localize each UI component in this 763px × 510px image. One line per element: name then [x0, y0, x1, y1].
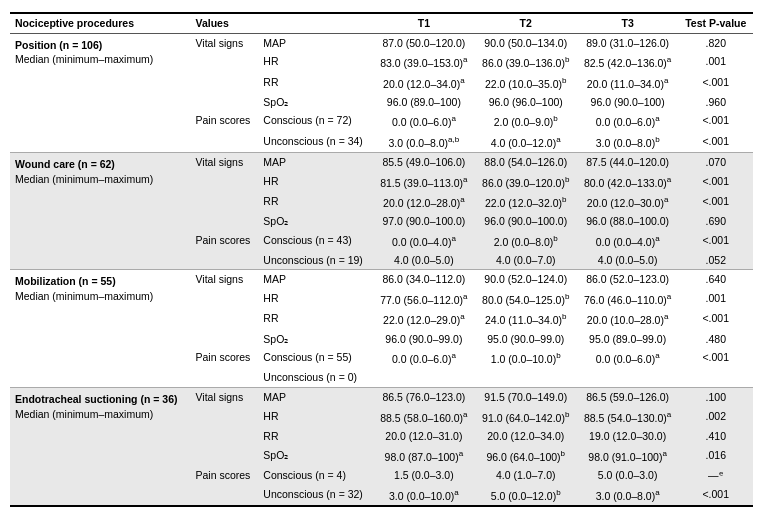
t3-cell: 98.0 (91.0–100)a [577, 446, 679, 466]
pvalue-cell: .002 [679, 407, 753, 427]
t2-cell: 96.0 (64.0–100)b [475, 446, 577, 466]
measure-cell: SpO₂ [258, 446, 373, 466]
col-header-t1: T1 [373, 13, 475, 33]
measure-cell: MAP [258, 388, 373, 407]
t2-cell: 1.0 (0.0–10.0)b [475, 348, 577, 368]
measure-cell: SpO₂ [258, 212, 373, 231]
t1-cell: 0.0 (0.0–6.0)a [373, 348, 475, 368]
t3-cell: 86.5 (59.0–126.0) [577, 388, 679, 407]
col-header-values: Values [190, 13, 258, 33]
t2-cell: 86.0 (39.0–136.0)b [475, 52, 577, 72]
t2-cell: 86.0 (39.0–120.0)b [475, 172, 577, 192]
measure-cell: RR [258, 73, 373, 93]
t3-cell: 0.0 (0.0–6.0)a [577, 111, 679, 131]
pvalue-cell: .052 [679, 251, 753, 270]
measure-cell: MAP [258, 270, 373, 289]
t1-cell: 77.0 (56.0–112.0)a [373, 289, 475, 309]
t3-cell: 20.0 (11.0–34.0)a [577, 73, 679, 93]
t2-cell: 2.0 (0.0–8.0)b [475, 231, 577, 251]
t1-cell: 0.0 (0.0–4.0)a [373, 231, 475, 251]
t1-cell: 97.0 (90.0–100.0) [373, 212, 475, 231]
main-table: Nociceptive procedures Values T1 T2 T3 T… [10, 8, 753, 507]
t2-cell: 5.0 (0.0–12.0)b [475, 485, 577, 506]
t1-cell: 20.0 (12.0–34.0)a [373, 73, 475, 93]
t2-cell: 90.0 (50.0–134.0) [475, 33, 577, 52]
t3-cell: 0.0 (0.0–6.0)a [577, 348, 679, 368]
measure-cell: Unconscious (n = 32) [258, 485, 373, 506]
measure-cell: RR [258, 192, 373, 212]
pvalue-cell: .480 [679, 330, 753, 349]
pvalue-cell: <.001 [679, 485, 753, 506]
values-label-cell: Pain scores [190, 348, 258, 387]
t3-cell: 0.0 (0.0–4.0)a [577, 231, 679, 251]
pvalue-cell: .960 [679, 93, 753, 112]
t3-cell: 82.5 (42.0–136.0)a [577, 52, 679, 72]
values-label-cell: Pain scores [190, 111, 258, 152]
measure-cell: Conscious (n = 43) [258, 231, 373, 251]
col-header-row: Nociceptive procedures Values T1 T2 T3 T… [10, 13, 753, 33]
table-row: Position (n = 106)Median (minimum–maximu… [10, 33, 753, 52]
t1-cell: 22.0 (12.0–29.0)a [373, 309, 475, 329]
measure-cell: RR [258, 427, 373, 446]
measure-cell: RR [258, 309, 373, 329]
proc-cell: Endotracheal suctioning (n = 36)Median (… [10, 388, 190, 506]
measure-cell: MAP [258, 152, 373, 171]
pvalue-cell: .016 [679, 446, 753, 466]
values-label-cell: Pain scores [190, 231, 258, 270]
table-row: Endotracheal suctioning (n = 36)Median (… [10, 388, 753, 407]
t2-cell: 22.0 (12.0–32.0)b [475, 192, 577, 212]
t3-cell: 3.0 (0.0–8.0)a [577, 485, 679, 506]
values-label-cell: Vital signs [190, 33, 258, 111]
measure-cell: SpO₂ [258, 93, 373, 112]
t1-cell [373, 368, 475, 387]
t2-cell: 96.0 (90.0–100.0) [475, 212, 577, 231]
measure-cell: Conscious (n = 72) [258, 111, 373, 131]
t3-cell: 20.0 (10.0–28.0)a [577, 309, 679, 329]
pvalue-cell: .001 [679, 52, 753, 72]
pvalue-cell: .070 [679, 152, 753, 171]
t3-cell: 80.0 (42.0–133.0)a [577, 172, 679, 192]
t2-cell [475, 368, 577, 387]
col-header-proc: Nociceptive procedures [10, 13, 190, 33]
pvalue-cell: <.001 [679, 192, 753, 212]
table-row: Mobilization (n = 55)Median (minimum–max… [10, 270, 753, 289]
t1-cell: 81.5 (39.0–113.0)a [373, 172, 475, 192]
measure-cell: MAP [258, 33, 373, 52]
t1-cell: 86.5 (76.0–123.0) [373, 388, 475, 407]
t1-cell: 88.5 (58.0–160.0)a [373, 407, 475, 427]
t1-cell: 3.0 (0.0–8.0)a,b [373, 132, 475, 153]
proc-cell: Position (n = 106)Median (minimum–maximu… [10, 33, 190, 152]
pvalue-cell [679, 368, 753, 387]
pvalue-cell: .690 [679, 212, 753, 231]
values-label-cell: Vital signs [190, 388, 258, 466]
t1-cell: 83.0 (39.0–153.0)a [373, 52, 475, 72]
t3-cell: 86.0 (52.0–123.0) [577, 270, 679, 289]
proc-cell: Wound care (n = 62)Median (minimum–maxim… [10, 152, 190, 270]
t3-cell: 20.0 (12.0–30.0)a [577, 192, 679, 212]
pvalue-cell: —ᵉ [679, 466, 753, 485]
t2-cell: 80.0 (54.0–125.0)b [475, 289, 577, 309]
t3-cell: 96.0 (88.0–100.0) [577, 212, 679, 231]
values-label-cell: Vital signs [190, 270, 258, 348]
t2-cell: 4.0 (0.0–12.0)a [475, 132, 577, 153]
pvalue-cell: .820 [679, 33, 753, 52]
pvalue-cell: .001 [679, 289, 753, 309]
t1-cell: 98.0 (87.0–100)a [373, 446, 475, 466]
t1-cell: 86.0 (34.0–112.0) [373, 270, 475, 289]
table-container: Nociceptive procedures Values T1 T2 T3 T… [0, 0, 763, 510]
t3-cell: 76.0 (46.0–110.0)a [577, 289, 679, 309]
col-header-t3: T3 [577, 13, 679, 33]
t1-cell: 96.0 (89.0–100) [373, 93, 475, 112]
t2-cell: 91.0 (64.0–142.0)b [475, 407, 577, 427]
t2-cell: 88.0 (54.0–126.0) [475, 152, 577, 171]
t3-cell: 19.0 (12.0–30.0) [577, 427, 679, 446]
t1-cell: 20.0 (12.0–31.0) [373, 427, 475, 446]
t3-cell: 4.0 (0.0–5.0) [577, 251, 679, 270]
measure-cell: Unconscious (n = 0) [258, 368, 373, 387]
t2-cell: 90.0 (52.0–124.0) [475, 270, 577, 289]
t2-cell: 22.0 (10.0–35.0)b [475, 73, 577, 93]
pvalue-cell: <.001 [679, 348, 753, 368]
t1-cell: 85.5 (49.0–106.0) [373, 152, 475, 171]
t3-cell: 89.0 (31.0–126.0) [577, 33, 679, 52]
t3-cell: 88.5 (54.0–130.0)a [577, 407, 679, 427]
